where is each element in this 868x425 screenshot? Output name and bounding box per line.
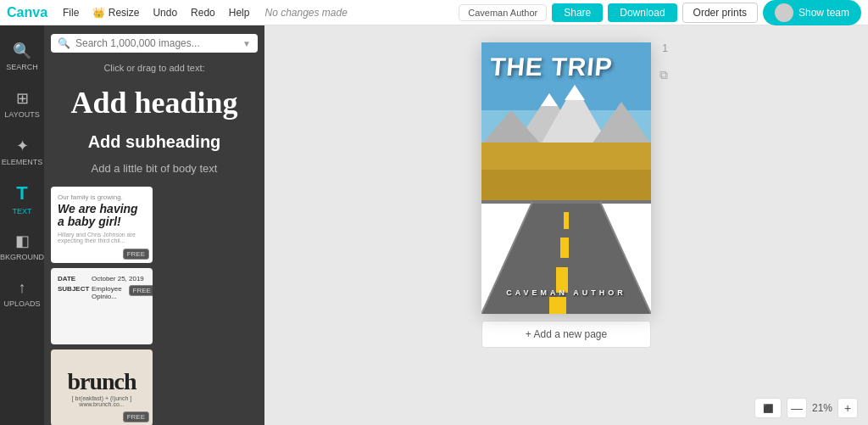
tmpl-baby-line2: We are having a baby girl! [58,203,146,229]
show-team-button[interactable]: Show team [763,0,861,25]
svg-rect-13 [560,238,569,258]
add-body-button[interactable]: Add a little bit of body text [51,160,258,176]
canvas-area: THE TRIP CAVEMAN AUTHOR 1 ⧉ + Add a new … [264,25,868,425]
topbar: Canva File 👑 Resize Undo Redo Help No ch… [0,0,868,25]
free-badge: FREE [129,285,153,296]
add-page-button[interactable]: + Add a new page [481,321,651,348]
sidebar-item-text[interactable]: T TEXT [0,175,44,222]
drag-hint: Click or drag to add text: [51,59,258,76]
tmpl-brunch-title: brunch [67,368,136,395]
sidebar-item-search[interactable]: 🔍 SEARCH [0,32,44,80]
menu-resize[interactable]: 👑 Resize [87,5,144,20]
road-scene-svg [481,42,651,314]
present-button[interactable]: ⬛ [754,398,782,418]
crown-icon: 👑 [92,7,105,19]
tmpl-brunch-sub: [ br(eakfast) + (l)unch ] www.brunch.co.… [58,395,146,407]
tmpl-date-row2: SUBJECT Employee Opinio... FREE [58,285,146,300]
elements-icon: ✦ [16,137,29,155]
canvas-document[interactable]: THE TRIP CAVEMAN AUTHOR [481,42,651,314]
sidebar-item-uploads[interactable]: ↑ UPLOADS [0,270,44,317]
upload-icon: ↑ [19,279,26,297]
svg-rect-12 [564,212,569,229]
topbar-right: Caveman Author Share Download Order prin… [459,0,861,25]
menu-undo[interactable]: Undo [147,5,182,20]
svg-rect-15 [549,297,566,314]
share-button[interactable]: Share [552,3,603,22]
template-date[interactable]: DATE October 25, 2019 SUBJECT Employee O… [51,268,153,344]
copy-icon[interactable]: ⧉ [659,68,668,82]
add-subheading-button[interactable]: Add subheading [51,131,258,154]
status-text: No changes made [264,7,347,19]
text-panel: 🔍 ▼ Click or drag to add text: Add headi… [44,25,264,425]
zoom-out-button[interactable]: — [787,398,807,418]
zoom-level: 21% [812,402,832,414]
menu-help[interactable]: Help [224,5,255,20]
menu-file[interactable]: File [58,5,84,20]
canvas-title: THE TRIP [489,53,644,81]
background-icon: ◧ [15,232,30,250]
canva-logo[interactable]: Canva [7,5,47,20]
sidebar-item-elements[interactable]: ✦ ELEMENTS [0,127,44,175]
tmpl-baby-line1: Our family is growing. [58,193,146,201]
main-layout: 🔍 SEARCH ⊞ LAYOUTS ✦ ELEMENTS T TEXT ◧ B… [0,25,868,425]
order-prints-button[interactable]: Order prints [682,3,758,23]
search-bar[interactable]: 🔍 ▼ [51,34,258,53]
plus-icon: + [844,401,851,415]
free-badge: FREE [123,249,149,260]
search-input[interactable] [75,37,237,49]
canvas-author: CAVEMAN AUTHOR [481,288,651,297]
chevron-down-icon: ▼ [242,39,251,48]
layouts-icon: ⊞ [16,89,29,108]
page-number: 1 [662,42,668,54]
svg-rect-11 [481,200,651,204]
text-icon: T [16,182,27,204]
sidebar-item-background[interactable]: ◧ BKGROUND [0,222,44,270]
free-badge: FREE [123,411,149,422]
sidebar-item-layouts[interactable]: ⊞ LAYOUTS [0,80,44,127]
zoom-in-button[interactable]: + [837,398,858,418]
canvas-wrapper: THE TRIP CAVEMAN AUTHOR 1 ⧉ [481,42,651,314]
icon-sidebar: 🔍 SEARCH ⊞ LAYOUTS ✦ ELEMENTS T TEXT ◧ B… [0,25,44,425]
svg-rect-9 [481,170,651,202]
present-icon: ⬛ [763,404,773,413]
templates-grid: Our family is growing. We are having a b… [51,187,258,425]
avatar [775,3,793,22]
bottom-bar: ⬛ — 21% + [754,398,858,418]
author-button[interactable]: Caveman Author [459,4,547,21]
tmpl-baby-line3: Hillary and Chris Johnson are expecting … [58,232,146,243]
minus-icon: — [791,401,803,415]
download-button[interactable]: Download [608,3,676,22]
template-baby[interactable]: Our family is growing. We are having a b… [51,187,153,263]
search-icon-small: 🔍 [58,37,70,49]
search-icon: 🔍 [13,42,31,60]
add-heading-button[interactable]: Add heading [51,83,258,124]
tmpl-date-row1: DATE October 25, 2019 [58,275,146,282]
template-brunch[interactable]: brunch [ br(eakfast) + (l)unch ] www.bru… [51,350,153,425]
menu-redo[interactable]: Redo [186,5,220,20]
